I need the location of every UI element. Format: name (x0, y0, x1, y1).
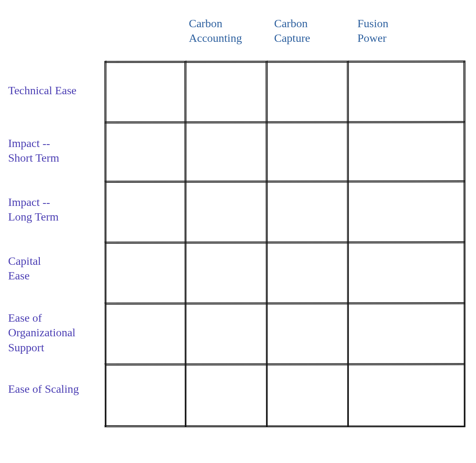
grid-lines (4, 8, 471, 455)
comparison-matrix: Carbon Accounting Carbon Capture Fusion … (4, 8, 471, 455)
